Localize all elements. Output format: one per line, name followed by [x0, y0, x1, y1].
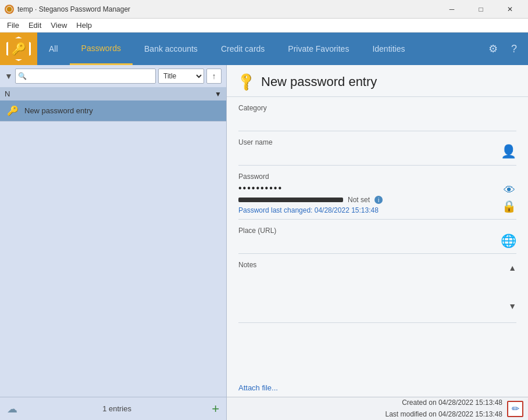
- menubar: File Edit View Help: [0, 19, 528, 33]
- search-icon: 🔍: [18, 72, 27, 80]
- status-text: Created on 04/28/2022 15:13:48 Last modi…: [386, 397, 503, 419]
- tab-private-favorites[interactable]: Private Favorites: [276, 33, 361, 65]
- minimize-button[interactable]: ─: [438, 0, 465, 19]
- user-icon[interactable]: 👤: [501, 144, 516, 159]
- status-bar: Created on 04/28/2022 15:13:48 Last modi…: [227, 397, 528, 420]
- navbar-actions: ⚙ ?: [484, 40, 528, 58]
- info-icon[interactable]: i: [374, 196, 383, 204]
- tab-passwords[interactable]: Passwords: [70, 33, 133, 65]
- left-panel: ▼ 🔍 Title Date Category ↑ N ▼ 🔑 New pass…: [0, 65, 227, 420]
- menu-file[interactable]: File: [2, 20, 24, 31]
- tab-bank-accounts[interactable]: Bank accounts: [133, 33, 209, 65]
- password-changed-text: Password last changed: 04/28/2022 15:13:…: [238, 206, 497, 214]
- main-layout: ▼ 🔍 Title Date Category ↑ N ▼ 🔑 New pass…: [0, 65, 528, 420]
- strength-bar: [238, 198, 343, 202]
- username-field: User name 👤: [238, 131, 516, 166]
- group-chevron-icon: ▼: [215, 90, 222, 98]
- password-label: Password: [238, 173, 497, 181]
- filter-icon[interactable]: ▼: [5, 71, 13, 81]
- tab-credit-cards[interactable]: Credit cards: [209, 33, 276, 65]
- add-entry-button[interactable]: +: [212, 401, 219, 417]
- notes-field: Notes ▲ ▼: [238, 254, 516, 323]
- detail-title: New password entry: [261, 74, 377, 89]
- entry-key-icon: 🔑: [236, 71, 257, 92]
- modified-text: Last modified on 04/28/2022 15:13:48: [386, 409, 503, 420]
- maximize-button[interactable]: □: [468, 0, 494, 19]
- strength-label: Not set: [348, 196, 370, 204]
- notes-value: [238, 271, 506, 318]
- attach-file-link[interactable]: Attach file...: [227, 379, 528, 397]
- app-logo: 🔑: [0, 33, 37, 65]
- scroll-up-icon[interactable]: ▲: [508, 263, 516, 272]
- right-panel: 🔑 New password entry Category User name …: [227, 65, 528, 420]
- search-input[interactable]: [28, 72, 153, 81]
- category-value: [238, 114, 516, 126]
- created-text: Created on 04/28/2022 15:13:48: [386, 397, 503, 408]
- category-label: Category: [238, 104, 516, 112]
- notes-scrollbar: ▲ ▼: [508, 261, 516, 313]
- svg-point-0: [6, 6, 12, 12]
- detail-header: 🔑 New password entry: [227, 65, 528, 97]
- entry-count: 1 entries: [22, 404, 212, 413]
- username-value: [238, 149, 496, 160]
- menu-edit[interactable]: Edit: [24, 20, 46, 31]
- sort-select[interactable]: Title Date Category: [158, 69, 204, 84]
- url-content: Place (URL): [238, 227, 501, 249]
- show-password-icon[interactable]: 👁: [504, 184, 515, 197]
- list-item-label: New password entry: [24, 106, 93, 115]
- url-label: Place (URL): [238, 227, 501, 235]
- group-label: N: [5, 89, 215, 98]
- url-value: [238, 237, 501, 249]
- username-label: User name: [238, 138, 496, 146]
- nav-tabs: All Passwords Bank accounts Credit cards…: [37, 33, 484, 65]
- lock-icon[interactable]: 🔒: [502, 199, 516, 213]
- scroll-down-icon[interactable]: ▼: [508, 301, 516, 311]
- search-bar: ▼ 🔍 Title Date Category ↑: [0, 65, 226, 87]
- password-field: Password •••••••••• Not set i Password l…: [238, 166, 516, 220]
- cloud-icon[interactable]: ☁: [7, 403, 17, 415]
- category-field: Category: [238, 97, 516, 131]
- bottom-bar: ☁ 1 entries +: [0, 397, 226, 420]
- search-input-wrap: 🔍: [15, 69, 156, 84]
- group-header-n[interactable]: N ▼: [0, 87, 226, 100]
- titlebar: temp · Steganos Password Manager ─ □ ✕: [0, 0, 528, 19]
- globe-icon[interactable]: 🌐: [501, 234, 516, 249]
- window-title: temp · Steganos Password Manager: [17, 5, 438, 13]
- settings-icon[interactable]: ⚙: [484, 40, 502, 58]
- password-entry-icon: 🔑: [7, 105, 19, 116]
- password-strength-row: Not set i: [238, 196, 497, 204]
- url-field: Place (URL) 🌐: [238, 220, 516, 254]
- tab-identities[interactable]: Identities: [361, 33, 416, 65]
- logo-hexagon: 🔑: [6, 37, 31, 61]
- menu-help[interactable]: Help: [72, 20, 97, 31]
- password-dots: ••••••••••: [238, 183, 497, 193]
- notes-label: Notes: [238, 261, 506, 269]
- edit-button[interactable]: ✏: [507, 401, 523, 417]
- username-content: User name: [238, 138, 496, 160]
- tab-all[interactable]: All: [37, 33, 70, 65]
- menu-view[interactable]: View: [46, 20, 72, 31]
- detail-body: Category User name 👤 Password ••••••••••: [227, 97, 528, 379]
- window-controls: ─ □ ✕: [438, 0, 523, 19]
- navbar: 🔑 All Passwords Bank accounts Credit car…: [0, 33, 528, 65]
- sort-direction-button[interactable]: ↑: [206, 69, 222, 84]
- list-item[interactable]: 🔑 New password entry: [0, 100, 226, 121]
- app-icon: [5, 5, 14, 14]
- help-icon[interactable]: ?: [505, 40, 523, 58]
- password-content: Password •••••••••• Not set i Password l…: [238, 173, 497, 214]
- close-button[interactable]: ✕: [497, 0, 523, 19]
